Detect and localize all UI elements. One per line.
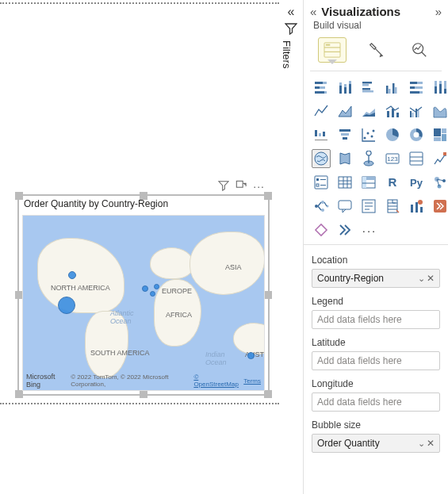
svg-rect-12 <box>339 86 342 94</box>
viz-type-clustered-column[interactable] <box>383 78 402 97</box>
viz-type-donut[interactable] <box>407 125 426 144</box>
chevron-left-icon[interactable]: « <box>281 5 301 19</box>
viz-type-slicer[interactable] <box>312 173 331 192</box>
bubble-us[interactable] <box>58 297 75 314</box>
osm-link[interactable]: © OpenStreetMap <box>193 373 239 388</box>
viz-type-100-stacked-column[interactable] <box>431 78 448 97</box>
viz-type-apps[interactable] <box>312 220 331 239</box>
report-canvas[interactable]: ··· Order Quantity by Country-Region NOR… <box>0 0 279 494</box>
map-surface[interactable]: NORTH AMERICA SOUTH AMERICA EUROPE AFRIC… <box>22 215 265 391</box>
chevron-down-icon[interactable]: ⌄ <box>418 438 425 449</box>
svg-rect-49 <box>339 129 350 132</box>
svg-rect-10 <box>315 91 324 94</box>
viz-type-power-automate[interactable] <box>431 197 448 216</box>
svg-rect-16 <box>349 84 351 94</box>
viz-type-more-arrow[interactable] <box>335 220 354 239</box>
viz-type-ribbon[interactable] <box>431 101 448 121</box>
longitude-well[interactable]: Add data fields here <box>312 393 440 412</box>
bubble-france[interactable] <box>150 291 155 297</box>
location-well[interactable]: Country-Region ⌄ ✕ <box>312 269 440 288</box>
bubble-canada[interactable] <box>68 271 76 279</box>
resize-handle[interactable] <box>140 192 147 200</box>
bubble-australia[interactable] <box>247 352 255 359</box>
resize-handle[interactable] <box>140 390 147 398</box>
pane-header: « Visualizations » <box>304 0 448 20</box>
svg-rect-21 <box>362 90 373 93</box>
viz-type-waterfall[interactable] <box>312 125 331 144</box>
viz-type-card[interactable]: 123 <box>383 149 402 168</box>
tab-format-visual[interactable] <box>362 37 390 63</box>
filter-icon[interactable] <box>218 180 229 193</box>
viz-type-python-visual[interactable]: Py <box>407 173 426 192</box>
viz-type-arcgis[interactable] <box>359 149 378 168</box>
more-visuals-icon[interactable]: ··· <box>359 220 378 239</box>
viz-type-matrix[interactable] <box>359 173 378 192</box>
resize-handle[interactable] <box>264 192 272 200</box>
tab-build-visual[interactable] <box>318 37 347 63</box>
svg-rect-4 <box>325 44 329 46</box>
viz-type-qna[interactable] <box>335 197 354 216</box>
svg-point-58 <box>414 132 419 138</box>
bubble-uk[interactable] <box>142 285 148 292</box>
viz-type-area[interactable] <box>335 101 354 121</box>
resize-handle[interactable] <box>264 291 272 299</box>
terms-link[interactable]: Terms <box>243 377 261 385</box>
legend-well[interactable]: Add data fields here <box>312 310 440 329</box>
bubble-size-label: Bubble size <box>312 419 440 431</box>
viz-type-clustered-bar[interactable] <box>359 78 378 97</box>
svg-rect-60 <box>442 128 446 133</box>
resize-handle[interactable] <box>15 192 23 200</box>
tab-analytics[interactable] <box>405 37 434 63</box>
svg-rect-82 <box>362 177 366 188</box>
visual-frame[interactable]: Order Quantity by Country-Region NORTH A… <box>17 194 270 396</box>
latitude-well[interactable]: Add data fields here <box>312 351 440 370</box>
viz-type-funnel[interactable] <box>335 125 354 144</box>
svg-rect-22 <box>386 86 389 94</box>
svg-rect-13 <box>339 82 342 86</box>
viz-type-r-visual[interactable]: R <box>383 173 402 192</box>
viz-type-scatter[interactable] <box>359 125 378 144</box>
label-atlantic: Atlantic Ocean <box>110 309 134 325</box>
viz-type-treemap[interactable] <box>431 125 448 144</box>
bubble-germany[interactable] <box>154 284 159 289</box>
svg-point-92 <box>321 201 324 204</box>
remove-field-icon[interactable]: ✕ <box>427 273 435 284</box>
viz-type-pie[interactable] <box>383 125 402 144</box>
svg-rect-18 <box>362 82 372 84</box>
viz-type-100-stacked-bar[interactable] <box>407 78 426 97</box>
viz-type-table[interactable] <box>335 173 354 192</box>
chevron-right-icon[interactable]: » <box>435 5 442 18</box>
remove-field-icon[interactable]: ✕ <box>427 438 435 449</box>
viz-type-smart-narrative[interactable] <box>359 197 378 216</box>
map-visual-container[interactable]: ··· Order Quantity by Country-Region NOR… <box>17 194 270 396</box>
viz-type-kpi[interactable] <box>431 149 448 168</box>
svg-rect-62 <box>434 137 441 141</box>
viz-type-decomposition-tree[interactable] <box>312 197 331 216</box>
viz-type-map[interactable] <box>312 149 331 168</box>
chevron-left-icon[interactable]: « <box>310 5 316 18</box>
viz-type-stacked-bar[interactable] <box>312 78 331 97</box>
viz-type-multi-row-card[interactable] <box>407 149 426 168</box>
viz-type-power-apps[interactable] <box>407 197 426 216</box>
label-europe: EUROPE <box>162 287 192 295</box>
viz-type-paginated-report[interactable] <box>383 197 402 216</box>
svg-point-54 <box>371 136 373 138</box>
viz-type-line[interactable] <box>312 101 331 121</box>
svg-rect-61 <box>442 134 446 141</box>
viz-type-line-stacked-column[interactable] <box>383 101 402 121</box>
chevron-down-icon[interactable]: ⌄ <box>418 274 425 284</box>
svg-rect-70 <box>315 176 327 189</box>
more-options-icon[interactable]: ··· <box>253 180 265 193</box>
viz-type-key-influencers[interactable] <box>431 173 448 192</box>
focus-mode-icon[interactable] <box>235 180 247 193</box>
viz-type-stacked-column[interactable] <box>335 78 354 97</box>
resize-handle[interactable] <box>15 390 23 398</box>
filters-pane-collapsed[interactable]: « Filters <box>281 5 301 68</box>
svg-point-63 <box>315 152 327 165</box>
viz-type-stacked-area[interactable] <box>359 101 378 121</box>
bubble-size-well[interactable]: Order Quantity ⌄ ✕ <box>312 434 440 453</box>
resize-handle[interactable] <box>264 390 272 398</box>
svg-rect-101 <box>411 205 413 213</box>
viz-type-line-clustered-column[interactable] <box>407 101 426 121</box>
viz-type-filled-map[interactable] <box>335 149 354 168</box>
